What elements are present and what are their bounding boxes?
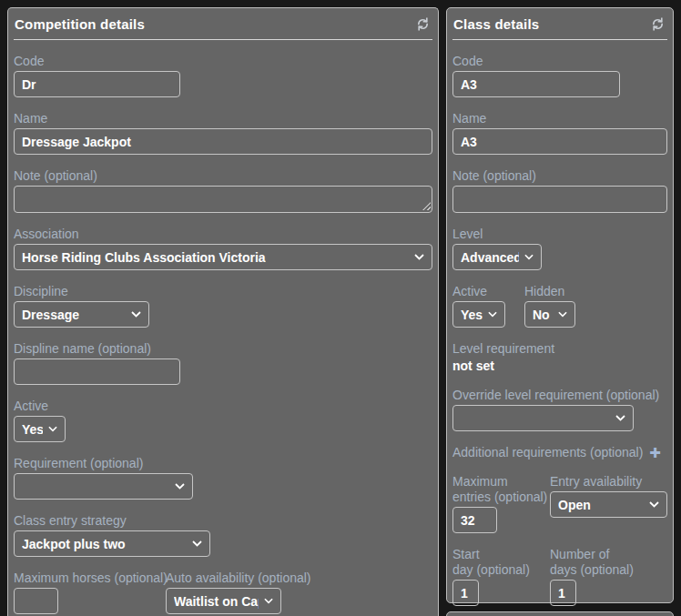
start-day-label: Start day (optional) xyxy=(452,547,550,578)
class-active-label: Active xyxy=(452,284,524,299)
competition-active-label: Active xyxy=(14,399,432,414)
class-entry-strategy-select[interactable]: Jackpot plus two xyxy=(14,530,210,557)
class-active-select[interactable]: Yes xyxy=(452,301,505,328)
refresh-icon[interactable] xyxy=(649,17,666,31)
maximum-entries-field: Maximum entries (optional) xyxy=(452,474,550,533)
hidden-label: Hidden xyxy=(524,284,667,299)
displine-name-input[interactable] xyxy=(14,358,180,385)
competition-panel-header: Competition details xyxy=(14,11,432,40)
chevron-down-icon xyxy=(131,311,141,318)
next-panel-partial xyxy=(446,611,674,616)
days-row: Start day (optional) Number of days (opt… xyxy=(452,547,667,606)
class-details-panel: Class details Code Name xyxy=(446,7,674,603)
chevron-down-icon xyxy=(558,311,567,318)
competition-name-input[interactable] xyxy=(14,128,432,155)
hidden-select[interactable]: No xyxy=(524,301,575,328)
competition-note-textarea[interactable] xyxy=(14,186,432,213)
class-active-value: Yes xyxy=(461,308,483,322)
class-code-field: Code xyxy=(452,54,667,97)
requirement-label: Requirement (optional) xyxy=(14,456,432,471)
competition-active-select[interactable]: Yes xyxy=(14,416,66,442)
chevron-down-icon xyxy=(414,254,424,260)
refresh-icon[interactable] xyxy=(414,17,432,31)
chevron-down-icon xyxy=(524,254,534,260)
chevron-down-icon xyxy=(192,540,202,547)
number-of-days-input[interactable] xyxy=(550,580,576,606)
association-value: Horse Riding Clubs Association Victoria xyxy=(22,250,266,265)
maximum-horses-input[interactable] xyxy=(14,588,58,614)
class-code-input[interactable] xyxy=(452,71,620,97)
entries-availability-row: Maximum entries (optional) Entry availab… xyxy=(452,474,667,533)
override-level-requirement-select[interactable] xyxy=(452,405,634,431)
requirement-select[interactable] xyxy=(14,473,193,500)
competition-code-label: Code xyxy=(14,54,432,69)
right-column: Class details Code Name xyxy=(446,7,674,616)
level-field: Level Advanced xyxy=(452,227,667,270)
override-level-requirement-label: Override level requirement (optional) xyxy=(452,388,667,403)
maximum-entries-label: Maximum entries (optional) xyxy=(452,474,550,505)
discipline-select[interactable]: Dressage xyxy=(14,301,149,328)
auto-availability-field: Auto availability (optional) Waitlist on… xyxy=(166,571,432,614)
competition-active-field: Active Yes xyxy=(14,399,432,442)
class-panel-title: Class details xyxy=(453,16,539,32)
level-requirement-label: Level requirement xyxy=(452,341,667,357)
level-value: Advanced xyxy=(461,250,519,265)
auto-availability-value: Waitlist on Cap xyxy=(174,594,259,609)
screen: Competition details Code Name Note (opti… xyxy=(0,0,681,616)
displine-name-field: Displine name (optional) xyxy=(14,341,432,385)
association-field: Association Horse Riding Clubs Associati… xyxy=(14,227,432,270)
association-label: Association xyxy=(14,227,432,242)
class-panel-header: Class details xyxy=(452,11,667,40)
competition-code-input[interactable] xyxy=(14,71,180,97)
class-entry-strategy-field: Class entry strategy Jackpot plus two xyxy=(14,513,432,557)
hidden-field: Hidden No xyxy=(524,284,667,328)
start-day-field: Start day (optional) xyxy=(452,547,550,606)
chevron-down-icon xyxy=(488,311,497,318)
number-of-days-field: Number of days (optional) xyxy=(550,547,667,606)
maximum-horses-field: Maximum horses (optional) xyxy=(14,571,166,614)
class-note-textarea[interactable] xyxy=(452,186,667,213)
chevron-down-icon xyxy=(264,598,273,604)
association-select[interactable]: Horse Riding Clubs Association Victoria xyxy=(14,244,432,270)
displine-name-label: Displine name (optional) xyxy=(14,341,432,357)
competition-details-panel: Competition details Code Name Note (opti… xyxy=(7,7,439,616)
competition-active-value: Yes xyxy=(22,422,43,437)
discipline-value: Dressage xyxy=(22,308,79,322)
chevron-down-icon xyxy=(649,501,659,508)
chevron-down-icon xyxy=(175,483,185,490)
competition-name-label: Name xyxy=(14,111,432,126)
requirement-field: Requirement (optional) xyxy=(14,456,432,500)
active-hidden-row: Active Yes Hidden No xyxy=(452,284,667,328)
class-entry-strategy-label: Class entry strategy xyxy=(14,513,432,529)
class-note-label: Note (optional) xyxy=(452,168,667,184)
competition-note-field: Note (optional) xyxy=(14,168,432,213)
hidden-value: No xyxy=(533,308,550,322)
chevron-down-icon xyxy=(615,415,625,421)
additional-requirements-field: Additional requirements (optional) ✚ xyxy=(452,445,667,460)
entry-availability-label: Entry availability xyxy=(550,474,667,490)
add-requirement-icon[interactable]: ✚ xyxy=(649,445,661,460)
auto-availability-select[interactable]: Waitlist on Cap xyxy=(166,588,281,614)
entry-availability-select[interactable]: Open xyxy=(550,491,667,518)
class-name-input[interactable] xyxy=(452,128,667,155)
chevron-down-icon xyxy=(48,426,57,432)
level-select[interactable]: Advanced xyxy=(452,244,542,270)
maximum-entries-input[interactable] xyxy=(452,507,497,533)
discipline-field: Discipline Dressage xyxy=(14,284,432,328)
discipline-label: Discipline xyxy=(14,284,432,299)
class-name-field: Name xyxy=(452,111,667,155)
class-active-field: Active Yes xyxy=(452,284,524,328)
number-of-days-label: Number of days (optional) xyxy=(550,547,667,578)
competition-note-label: Note (optional) xyxy=(14,168,432,184)
start-day-input[interactable] xyxy=(452,580,479,606)
competition-name-field: Name xyxy=(14,111,432,155)
class-note-field: Note (optional) xyxy=(452,168,667,213)
class-code-label: Code xyxy=(452,54,667,69)
class-name-label: Name xyxy=(452,111,667,126)
level-requirement-field: Level requirement not set xyxy=(452,341,667,374)
competition-bottom-row: Maximum horses (optional) Auto availabil… xyxy=(14,571,432,614)
entry-availability-value: Open xyxy=(558,498,591,512)
auto-availability-label: Auto availability (optional) xyxy=(166,571,432,586)
maximum-horses-label: Maximum horses (optional) xyxy=(14,571,166,586)
additional-requirements-label: Additional requirements (optional) xyxy=(452,445,643,460)
